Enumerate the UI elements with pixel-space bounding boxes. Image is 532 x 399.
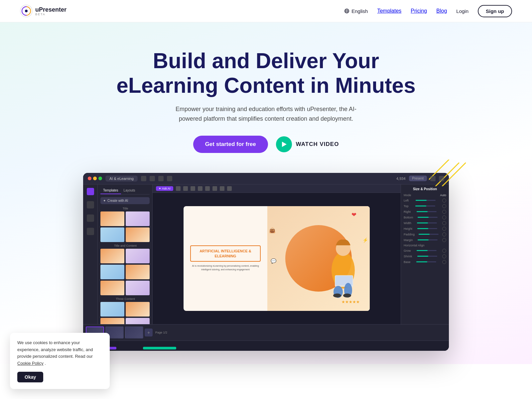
add-slide-button[interactable]: + xyxy=(145,329,153,336)
signup-button[interactable]: Sign up xyxy=(478,5,512,17)
template-thumb-8[interactable] xyxy=(126,265,150,279)
padding-reset[interactable] xyxy=(442,232,446,236)
left-slider[interactable] xyxy=(416,200,436,201)
right-reset[interactable] xyxy=(442,210,446,214)
padding-slider[interactable] xyxy=(419,234,439,235)
cookie-policy-link[interactable]: Cookie Policy xyxy=(17,361,44,366)
right-slider[interactable] xyxy=(417,211,437,212)
ask-ai-button[interactable]: ✦ Ask AI xyxy=(156,186,173,191)
cookie-ok-button[interactable]: Okay xyxy=(17,372,43,382)
slide-title-box: ARTIFICIAL INTELLIGENCE & ELEARNING xyxy=(190,245,261,262)
width-reset[interactable] xyxy=(442,221,446,225)
sidebar-elements-icon[interactable] xyxy=(87,214,94,222)
height-reset[interactable] xyxy=(442,227,446,231)
tab-templates[interactable]: Templates xyxy=(100,187,121,194)
nav-right: English Templates Pricing Blog Login Sig… xyxy=(344,5,512,17)
sidebar-scenes-icon[interactable] xyxy=(87,228,94,235)
login-link[interactable]: Login xyxy=(456,8,468,14)
logo[interactable]: uPresenter BETA xyxy=(20,5,66,17)
tab-layouts[interactable]: Layouts xyxy=(121,187,138,194)
slide-left-content: ARTIFICIAL INTELLIGENCE & ELEARNING AI i… xyxy=(184,239,267,278)
left-reset[interactable] xyxy=(442,199,446,202)
link-icon[interactable] xyxy=(227,186,232,191)
create-ai-label: Create with AI xyxy=(107,199,128,202)
watch-video-button[interactable]: WATCH VIDEO xyxy=(276,136,339,152)
logo-beta: BETA xyxy=(35,13,66,16)
bag-icon: 👜 xyxy=(269,227,276,233)
width-slider[interactable] xyxy=(417,222,437,223)
svg-point-16 xyxy=(333,294,341,298)
app-tab-label: AI & eLearning xyxy=(109,177,134,181)
italic-icon[interactable] xyxy=(183,186,188,191)
logo-name: uPresenter xyxy=(35,6,66,13)
template-thumb-9[interactable] xyxy=(100,281,124,295)
template-thumb-13[interactable] xyxy=(100,318,124,324)
sidebar-slides-icon[interactable] xyxy=(87,188,94,195)
height-slider[interactable] xyxy=(417,228,437,229)
mode-label: Mode xyxy=(404,194,411,197)
template-row-3 xyxy=(100,249,150,263)
base-reset[interactable] xyxy=(442,260,446,264)
mode-value: Auto xyxy=(440,194,446,197)
margin-reset[interactable] xyxy=(442,238,446,242)
app-tab[interactable]: AI & eLearning xyxy=(105,176,138,182)
nav-link-pricing[interactable]: Pricing xyxy=(411,8,427,14)
list-icon[interactable] xyxy=(205,186,210,191)
template-thumb-6[interactable] xyxy=(126,249,150,263)
app-timeline: + Page 1/2 xyxy=(83,324,449,351)
template-row-1 xyxy=(100,211,150,226)
properties-panel-title: Size & Position xyxy=(404,187,446,191)
app-topbar: AI & eLearning 4,934 Present xyxy=(83,173,449,185)
color-icon[interactable] xyxy=(220,186,224,191)
bottom-slider[interactable] xyxy=(418,217,438,218)
present-button[interactable]: Present xyxy=(409,176,427,181)
grow-slider[interactable] xyxy=(417,250,437,251)
undo-icon[interactable] xyxy=(141,176,146,181)
align-icon[interactable] xyxy=(198,186,202,191)
property-width: Width xyxy=(404,221,446,225)
language-selector[interactable]: English xyxy=(344,8,368,14)
template-thumb-5[interactable] xyxy=(100,249,124,263)
template-thumb-2[interactable] xyxy=(126,211,150,226)
shrink-slider[interactable] xyxy=(417,256,437,257)
nav-link-blog[interactable]: Blog xyxy=(436,8,447,14)
template-thumb-10[interactable] xyxy=(126,281,150,295)
page-label: Page 1/2 xyxy=(155,331,167,334)
properties-panel: Size & Position Mode Auto Left Top xyxy=(401,185,449,324)
top-slider[interactable] xyxy=(415,205,435,206)
shrink-reset[interactable] xyxy=(442,254,446,258)
share-icon[interactable] xyxy=(167,176,172,181)
property-mode: Mode Auto xyxy=(404,194,446,197)
create-ai-button[interactable]: ✦ Create with AI xyxy=(100,197,150,204)
top-reset[interactable] xyxy=(442,204,446,208)
sidebar-questions-icon[interactable] xyxy=(87,201,94,208)
timeline-thumb-3[interactable] xyxy=(125,327,143,338)
template-thumb-4[interactable] xyxy=(126,227,150,242)
settings-icon[interactable] xyxy=(430,176,436,181)
cta-primary-button[interactable]: Get started for free xyxy=(193,136,268,153)
template-thumb-11[interactable] xyxy=(100,302,124,317)
svg-line-8 xyxy=(436,163,459,186)
grow-reset[interactable] xyxy=(442,249,446,253)
underline-icon[interactable] xyxy=(191,186,195,191)
property-height: Height xyxy=(404,227,446,231)
margin-slider[interactable] xyxy=(418,239,438,240)
template-thumb-12[interactable] xyxy=(126,302,150,317)
template-thumb-3[interactable] xyxy=(100,227,124,242)
fullscreen-icon[interactable] xyxy=(439,176,444,181)
template-row-7 xyxy=(100,318,150,324)
slide-title: ARTIFICIAL INTELLIGENCE & ELEARNING xyxy=(195,249,256,258)
template-thumb-7[interactable] xyxy=(100,265,124,279)
indent-icon[interactable] xyxy=(212,186,217,191)
bold-icon[interactable] xyxy=(176,186,181,191)
nav-link-templates[interactable]: Templates xyxy=(377,8,401,14)
base-slider[interactable] xyxy=(416,261,436,262)
bottom-reset[interactable] xyxy=(442,215,446,219)
globe-icon xyxy=(344,8,349,14)
deco-lines xyxy=(429,160,469,186)
template-thumb-14[interactable] xyxy=(126,318,150,324)
redo-icon[interactable] xyxy=(150,176,155,181)
save-icon[interactable] xyxy=(158,176,164,181)
template-thumb-1[interactable] xyxy=(100,211,124,226)
main-canvas: ✦ Ask AI xyxy=(153,185,401,324)
